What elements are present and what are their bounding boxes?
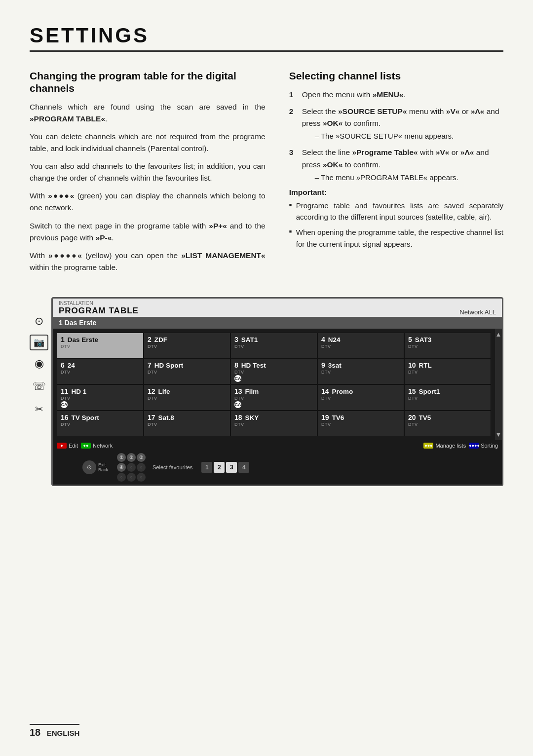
- btn-sorting[interactable]: ●●●● Sorting: [469, 443, 498, 449]
- btn-network-label: Network: [93, 443, 113, 449]
- fav-circle-7: ○: [117, 473, 126, 482]
- fav-circle-grid: ① ② ③ ④ ○ ○ ○ ○ ○: [117, 453, 146, 482]
- channel-cell-20[interactable]: 20TV5DTV: [404, 411, 491, 436]
- btn-sorting-label: Sorting: [481, 443, 498, 449]
- tv-screen: INSTALLATION PROGRAM TABLE Network ALL 1…: [51, 297, 503, 486]
- para-3: You can also add channels to the favouri…: [30, 160, 266, 184]
- important-heading: Important:: [289, 188, 503, 197]
- fav-circle-4[interactable]: ④: [117, 463, 126, 472]
- step-1: 1 Open the menu with »MENU«.: [289, 89, 503, 101]
- channel-cell-12[interactable]: 12LifeDTV: [144, 384, 230, 411]
- step-3-note: – The menu »PROGRAM TABLE« appears.: [315, 172, 503, 183]
- btn-edit-label: Edit: [69, 443, 78, 449]
- important-list: Programe table and favourites lists are …: [289, 200, 503, 250]
- channel-cell-10[interactable]: 10RTLDTV: [404, 358, 491, 384]
- phone-icon: ☏: [30, 377, 48, 396]
- para-4: With »●●●« (green) you can display the c…: [30, 190, 266, 214]
- fav-circle-5: ○: [127, 463, 136, 472]
- fav-circle-8: ○: [127, 473, 136, 482]
- selected-channel-row: 1 Das Erste: [53, 317, 502, 329]
- fav-num-3[interactable]: 3: [226, 462, 237, 473]
- install-label: INSTALLATION: [59, 301, 139, 306]
- fav-circle-9: ○: [137, 473, 146, 482]
- important-item-2: When opening the programme table, the re…: [289, 227, 503, 250]
- step-2-note: – The »SOURCE SETUP« menu appears.: [315, 130, 503, 142]
- footer-language: ENGLISH: [47, 729, 80, 737]
- channel-cell-8[interactable]: 8HD TestDTVCA: [230, 358, 317, 384]
- channel-cell-19[interactable]: 19TV6DTV: [317, 411, 404, 436]
- fav-circle-2[interactable]: ②: [127, 453, 136, 462]
- ca-icon: CA: [234, 375, 241, 382]
- scroll-up-icon[interactable]: ▲: [495, 331, 502, 338]
- ca-icon: CA: [61, 401, 68, 408]
- bottom-buttons-bar: ● Edit ●● Network ●●● Manage lists ●●●● …: [53, 440, 502, 451]
- left-column: Changing the program table for the digit…: [30, 70, 266, 279]
- tv-screen-wrapper: ⊙ 📷 ◉ ☏ ✂ INSTALLATION PROGRAM TABLE Net…: [30, 297, 503, 486]
- favourites-row: ⊙ Exit Back ① ② ③ ④ ○ ○ ○ ○ ○: [53, 451, 502, 485]
- channel-cell-18[interactable]: 18SKYDTV: [230, 411, 317, 436]
- exit-back: ⊙ Exit Back: [82, 460, 108, 474]
- step-3: 3 Select the line »Programe Table« with …: [289, 147, 503, 183]
- para-1: Channels which are found using the scan …: [30, 101, 266, 125]
- right-section-heading: Selecting channel lists: [289, 70, 503, 82]
- select-favourites-label: Select favourites: [152, 464, 192, 470]
- page-title: SETTINGS: [30, 24, 503, 52]
- fav-circle-3[interactable]: ③: [137, 453, 146, 462]
- btn-network[interactable]: ●● Network: [81, 443, 113, 449]
- scrollbar[interactable]: ▲ ▼: [495, 329, 502, 440]
- eye-icon: ◉: [30, 354, 48, 373]
- para-6: With »●●●●« (yellow) you can open the »L…: [30, 250, 266, 273]
- step-2: 2 Select the »SOURCE SETUP« menu with »V…: [289, 106, 503, 142]
- fav-circle-1[interactable]: ①: [117, 453, 126, 462]
- channel-cell-7[interactable]: 7HD SportDTV: [144, 358, 230, 384]
- tools-icon: ✂: [30, 400, 48, 418]
- network-label: Network ALL: [459, 308, 496, 316]
- program-table-header: INSTALLATION PROGRAM TABLE Network ALL: [53, 299, 502, 317]
- fav-circle-6: ○: [137, 463, 146, 472]
- yellow-button[interactable]: ●●●: [423, 443, 433, 449]
- page-footer: 18 ENGLISH: [30, 724, 79, 738]
- channel-cell-5[interactable]: 5SAT3DTV: [404, 333, 491, 358]
- channel-cell-9[interactable]: 93satDTV: [317, 358, 404, 384]
- left-section-heading: Changing the program table for the digit…: [30, 70, 266, 94]
- para-5: Switch to the next page in the programe …: [30, 220, 266, 244]
- channels-grid: 1Das ErsteDTV2ZDFDTV3SAT1DTV4N24DTV5SAT3…: [53, 329, 495, 440]
- channel-cell-6[interactable]: 624DTV: [57, 358, 144, 384]
- page: SETTINGS Changing the program table for …: [0, 0, 533, 756]
- blue-button[interactable]: ●●●●: [469, 443, 479, 449]
- channel-cell-17[interactable]: 17Sat.8DTV: [144, 411, 230, 436]
- scroll-down-icon[interactable]: ▼: [495, 431, 502, 438]
- btn-manage-lists[interactable]: ●●● Manage lists: [423, 443, 466, 449]
- camera-icon: 📷: [30, 335, 48, 350]
- footer-number: 18: [30, 727, 40, 738]
- right-column: Selecting channel lists 1 Open the menu …: [289, 70, 503, 279]
- disc-icon: ⊙: [30, 312, 48, 331]
- channel-cell-4[interactable]: 4N24DTV: [317, 333, 404, 358]
- para-2: You can delete channels which are not re…: [30, 131, 266, 154]
- btn-manage-label: Manage lists: [435, 443, 466, 449]
- steps-list: 1 Open the menu with »MENU«. 2 Select th…: [289, 89, 503, 183]
- fav-num-2[interactable]: 2: [214, 462, 225, 473]
- channel-cell-14[interactable]: 14PromoDTV: [317, 384, 404, 411]
- exit-button[interactable]: ⊙: [82, 460, 96, 474]
- channel-cell-11[interactable]: 11HD 1DTVCA: [57, 384, 144, 411]
- ca-icon: CA: [234, 401, 241, 408]
- channel-cell-2[interactable]: 2ZDFDTV: [144, 333, 230, 358]
- back-label: Back: [98, 467, 108, 472]
- fav-num-1[interactable]: 1: [201, 462, 212, 473]
- important-item-1: Programe table and favourites lists are …: [289, 200, 503, 223]
- red-button[interactable]: ●: [57, 443, 67, 449]
- channel-cell-1[interactable]: 1Das ErsteDTV: [57, 333, 144, 358]
- fav-num-4[interactable]: 4: [238, 462, 249, 473]
- fav-numbers-row: 1 2 3 4: [201, 462, 249, 473]
- green-button[interactable]: ●●: [81, 443, 91, 449]
- tv-left-icons: ⊙ 📷 ◉ ☏ ✂: [30, 297, 51, 486]
- channel-cell-16[interactable]: 16TV SportDTV: [57, 411, 144, 436]
- channel-cell-3[interactable]: 3SAT1DTV: [230, 333, 317, 358]
- exit-label: Exit: [98, 462, 108, 467]
- channel-cell-15[interactable]: 15Sport1DTV: [404, 384, 491, 411]
- main-content: Changing the program table for the digit…: [30, 70, 503, 279]
- channel-cell-13[interactable]: 13FilmDTVCA: [230, 384, 317, 411]
- program-table-title: PROGRAM TABLE: [59, 306, 139, 315]
- btn-edit[interactable]: ● Edit: [57, 443, 78, 449]
